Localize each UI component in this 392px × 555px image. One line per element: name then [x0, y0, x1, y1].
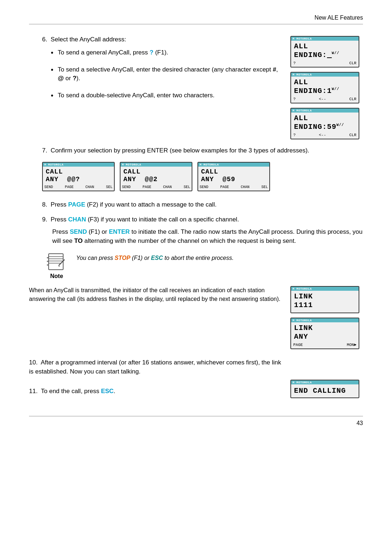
step11: 11. To end the call, press ESC.	[29, 387, 282, 396]
steps-text: 10. After a programmed interval (or afte…	[29, 358, 282, 402]
svg-point-9	[47, 264, 48, 266]
note-icon-graphic	[46, 252, 68, 272]
list-item: To send a general AnyCall, press ? (F1).	[51, 48, 282, 57]
step11-screen: M MOTOROLA END CALLING	[290, 380, 359, 398]
page-footer: 43	[29, 416, 363, 427]
step6-screens: M MOTOROLA ALL ENDING:_W// ? CLR M MOTOR…	[290, 36, 363, 139]
keyword-question: ?	[150, 49, 153, 56]
device-screen-2: M MOTOROLA ALL ENDING:1W// ? <-- CLR	[290, 72, 359, 103]
bullet-list: To send a general AnyCall, press ? (F1).…	[29, 48, 282, 100]
step6-text: 6. Select the AnyCall address: To send a…	[29, 36, 290, 108]
note-block: Note You can press STOP (F1) or ESC to a…	[44, 252, 363, 279]
page-header: New ALE Features	[29, 15, 363, 24]
steps-bottom: 10. After a programmed interval (or afte…	[29, 358, 363, 402]
list-item: To send a double-selective AnyCall, ente…	[51, 91, 282, 100]
keyword-esc2: ESC	[101, 388, 114, 395]
keyword-page: PAGE	[68, 201, 85, 208]
note-paragraph-block: When an AnyCall is transmitted, the init…	[29, 286, 363, 349]
step7-screen-3: M MOTOROLA CALL ANY @59 SEND PAGE CHAN S…	[197, 162, 270, 191]
note-paragraph-screens: M MOTOROLA LINK 1111 M MOTOROLA LINK ANY…	[290, 286, 363, 349]
step6-label: 6. Select the AnyCall address:	[29, 36, 282, 43]
list-item: To send a selective AnyCall, enter the d…	[51, 65, 282, 83]
keyword-send: SEND	[70, 228, 87, 235]
device-screen-1: M MOTOROLA ALL ENDING:_W// ? CLR	[290, 36, 359, 68]
step9: 9. Press CHAN (F3) if you want to initia…	[29, 215, 363, 246]
keyword-stop: STOP	[115, 255, 130, 261]
keyword-enter: ENTER	[109, 228, 130, 235]
step7-screen-2: M MOTOROLA CALL ANY @@2 SEND PAGE CHAN S…	[120, 162, 192, 191]
svg-line-5	[59, 260, 65, 265]
step7-screen-1: M MOTOROLA CALL ANY @@? SEND PAGE CHAN S…	[42, 162, 115, 191]
step6-section: 6. Select the AnyCall address: To send a…	[29, 36, 363, 139]
page-number: 43	[356, 420, 363, 427]
header-title: New ALE Features	[315, 15, 363, 21]
svg-point-8	[47, 261, 48, 262]
step7-screens-row: M MOTOROLA CALL ANY @@? SEND PAGE CHAN S…	[29, 162, 363, 191]
step10: 10. After a programmed interval (or afte…	[29, 358, 282, 376]
keyword-chan: CHAN	[68, 216, 86, 223]
svg-rect-0	[49, 254, 63, 270]
note-paragraph-text: When an AnyCall is transmitted, the init…	[29, 286, 282, 349]
note-screen-1: M MOTOROLA LINK 1111	[290, 286, 359, 313]
note-text: You can press STOP (F1) or ESC to abort …	[76, 252, 234, 262]
steps-screens: M MOTOROLA END CALLING	[290, 358, 363, 402]
step8: 8. Press PAGE (F2) if you want to attach…	[29, 200, 363, 209]
note-label: Note	[50, 273, 63, 279]
svg-point-7	[47, 257, 48, 258]
note-icon-area: Note	[44, 252, 70, 279]
device-screen-3: M MOTOROLA ALL ENDING:59W// ? <-- CLR	[290, 108, 359, 139]
step7-label: 7. Confirm your selection by pressing EN…	[29, 146, 363, 155]
note-screen-2: M MOTOROLA LINK ANY PAGE MON►	[290, 318, 359, 349]
keyword-esc-italic: ESC	[151, 255, 163, 261]
